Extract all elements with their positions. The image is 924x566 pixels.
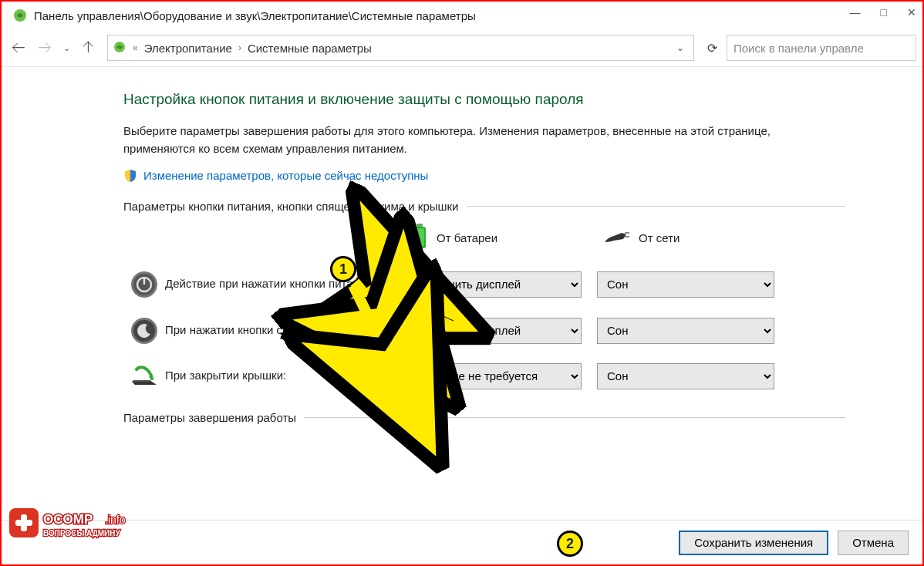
recent-dropdown[interactable]: ⌄ (60, 43, 73, 53)
content-area: Настройка кнопок питания и включение защ… (2, 69, 922, 520)
maximize-button[interactable]: □ (881, 6, 887, 19)
minimize-button[interactable]: — (850, 6, 861, 19)
callout-1: 1 (330, 256, 356, 282)
app-icon-small (113, 40, 126, 56)
col-header-plugged: От сети (597, 228, 790, 248)
power-battery-select[interactable]: Отключить дисплей (404, 271, 582, 298)
row-power-label: Действие при нажатии кнопки питания: (165, 276, 404, 291)
back-button[interactable]: 🡠 (8, 40, 29, 56)
window-controls: — □ ✕ (850, 6, 916, 19)
nav-divider (2, 66, 922, 67)
search-placeholder: Поиск в панели управле (733, 42, 864, 55)
svg-rect-5 (625, 232, 629, 234)
lid-plugged-select[interactable]: Сон (597, 363, 774, 389)
search-input[interactable]: Поиск в панели управле (727, 35, 916, 61)
refresh-button[interactable]: ⟳ (702, 41, 722, 56)
battery-icon (410, 224, 429, 252)
address-dropdown[interactable]: ⌄ (676, 42, 689, 53)
lid-icon (123, 365, 165, 388)
row-lid-label: При закрытии крышки: (165, 368, 404, 383)
svg-rect-4 (415, 228, 424, 247)
title-bar: Панель управления\Оборудование и звук\Эл… (2, 2, 922, 29)
svg-rect-2 (416, 224, 423, 227)
up-button[interactable]: 🡡 (78, 40, 99, 56)
breadcrumb-prefix: « (133, 42, 138, 53)
breadcrumb-item-system[interactable]: Системные параметры (248, 42, 372, 55)
power-plugged-select[interactable]: Сон (597, 271, 774, 298)
app-icon (12, 8, 28, 23)
svg-rect-6 (625, 236, 629, 238)
watermark: OCOMP .info ВОПРОСЫ АДМИНУ (9, 508, 148, 546)
callout-2: 2 (557, 531, 583, 557)
svg-text:.info: .info (105, 514, 126, 526)
breadcrumb-item-power[interactable]: Электропитание (144, 42, 232, 55)
address-bar[interactable]: « Электропитание › Системные параметры ⌄ (107, 35, 694, 61)
cancel-button[interactable]: Отмена (838, 531, 909, 555)
close-button[interactable]: ✕ (907, 6, 916, 19)
sleep-plugged-select[interactable]: Сон (597, 318, 774, 344)
change-unavailable-link[interactable]: Изменение параметров, которые сейчас нед… (143, 169, 428, 182)
save-button[interactable]: Сохранить изменения (679, 531, 828, 555)
shield-icon (123, 169, 137, 183)
svg-text:ВОПРОСЫ АДМИНУ: ВОПРОСЫ АДМИНУ (43, 529, 121, 537)
col-header-battery: От батареи (404, 224, 597, 252)
row-sleep-label: При нажатии кнопки сна: (165, 322, 404, 338)
plug-icon (603, 228, 631, 248)
page-description: Выберите параметры завершения работы для… (123, 122, 818, 158)
group-buttons-lid: Параметры кнопки питания, кнопки спящего… (123, 200, 845, 213)
page-title: Настройка кнопок питания и включение защ… (123, 91, 845, 108)
nav-bar: 🡠 🡢 ⌄ 🡡 « Электропитание › Системные пар… (2, 29, 922, 66)
power-button-icon (123, 271, 165, 298)
settings-grid: От батареи От сети Действие при нажатии … (123, 224, 845, 389)
breadcrumb-sep: › (238, 42, 241, 53)
window-title: Панель управления\Оборудование и звук\Эл… (34, 9, 476, 22)
lid-battery-select[interactable]: Действие не требуется (404, 363, 582, 389)
sleep-button-icon (123, 317, 165, 345)
svg-rect-19 (15, 520, 32, 526)
sleep-battery-select[interactable]: Отключить дисплей (404, 318, 582, 344)
svg-text:OCOMP: OCOMP (43, 512, 93, 527)
forward-button[interactable]: 🡢 (34, 40, 56, 56)
group-shutdown: Параметры завершения работы (123, 411, 845, 424)
